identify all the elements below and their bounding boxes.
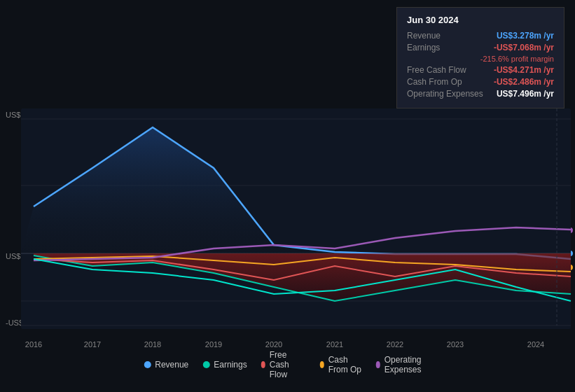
tooltip-label-opex: Operating Expenses [407, 89, 483, 99]
legend: Revenue Earnings Free Cash Flow Cash Fro… [144, 350, 431, 379]
tooltip-value-opex: US$7.496m /yr [497, 89, 554, 99]
tooltip-value-cashfromop: -US$2.486m /yr [494, 77, 554, 87]
chart-container: Jun 30 2024 Revenue US$3.278m /yr Earnin… [0, 0, 575, 392]
legend-dot-cashfromop [320, 361, 324, 368]
tooltip-label-earnings: Earnings [407, 43, 440, 52]
legend-label-fcf: Free Cash Flow [270, 350, 306, 379]
legend-label-revenue: Revenue [155, 360, 188, 370]
profit-margin-value: -215.6% profit margin [480, 55, 554, 63]
tooltip-box: Jun 30 2024 Revenue US$3.278m /yr Earnin… [396, 7, 564, 108]
tooltip-row-opex: Operating Expenses US$7.496m /yr [407, 89, 554, 99]
tooltip-title: Jun 30 2024 [407, 15, 554, 25]
tooltip-row-fcf: Free Cash Flow -US$4.271m /yr [407, 65, 554, 75]
tooltip-label-revenue: Revenue [407, 31, 441, 41]
legend-label-earnings: Earnings [214, 360, 247, 370]
legend-label-opex: Operating Expenses [385, 355, 431, 374]
tooltip-value-earnings: -US$7.068m /yr [494, 43, 554, 52]
tooltip-label-fcf: Free Cash Flow [407, 65, 466, 75]
tooltip-row-earnings: Earnings -US$7.068m /yr [407, 43, 554, 52]
legend-dot-earnings [202, 361, 209, 368]
legend-item-cashfromop: Cash From Op [320, 355, 362, 374]
legend-item-earnings: Earnings [202, 360, 247, 370]
legend-item-fcf: Free Cash Flow [261, 350, 306, 379]
profit-margin-row: -215.6% profit margin [407, 55, 554, 63]
legend-item-opex: Operating Expenses [376, 355, 431, 374]
tooltip-row-cashfromop: Cash From Op -US$2.486m /yr [407, 77, 554, 87]
tooltip-value-revenue: US$3.278m /yr [497, 31, 554, 41]
legend-dot-revenue [144, 361, 151, 368]
legend-item-revenue: Revenue [144, 360, 188, 370]
legend-dot-opex [376, 361, 380, 368]
tooltip-row-revenue: Revenue US$3.278m /yr [407, 31, 554, 41]
tooltip-value-fcf: -US$4.271m /yr [494, 65, 554, 75]
legend-dot-fcf [261, 361, 265, 368]
tooltip-label-cashfromop: Cash From Op [407, 77, 462, 87]
legend-label-cashfromop: Cash From Op [328, 355, 362, 374]
